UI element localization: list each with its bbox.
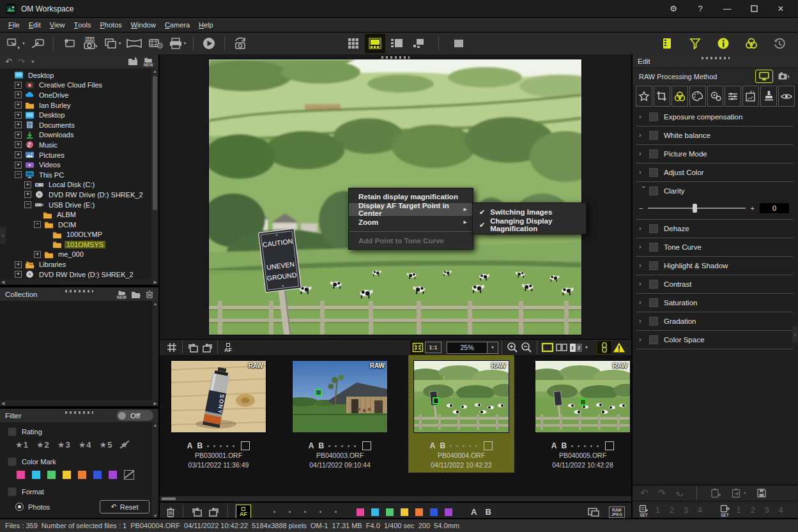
select-checkbox[interactable]	[241, 441, 250, 450]
tree-item-100olymp[interactable]: 100OLYMP	[3, 230, 151, 240]
chevron-right-icon[interactable]: ›	[639, 168, 649, 176]
clarity-value-input[interactable]: 0	[760, 203, 789, 213]
collapse-icon[interactable]: −	[34, 221, 41, 228]
set-slot-1[interactable]: 1	[656, 506, 660, 515]
rating-dot[interactable]	[597, 445, 599, 447]
link-displays-button[interactable]	[597, 340, 612, 354]
rating-dot[interactable]	[233, 445, 234, 447]
filmstrip-scrollbar[interactable]	[160, 496, 631, 501]
mark-b-label[interactable]: B	[319, 441, 325, 450]
colormark-swatch-6[interactable]	[93, 471, 102, 479]
preview-filmstrip-view-icon[interactable]	[365, 34, 385, 52]
zoom-out-icon[interactable]	[519, 341, 533, 354]
rating-dot[interactable]	[335, 511, 337, 513]
section-header[interactable]: ›Dehaze	[636, 220, 793, 238]
star-filter-4[interactable]: ★4	[79, 440, 91, 450]
panel-drag-handle[interactable]	[65, 290, 93, 293]
apply-slot-2[interactable]: 2	[751, 506, 755, 515]
info-icon[interactable]	[714, 34, 733, 52]
reveal-folder-icon[interactable]	[128, 57, 139, 66]
tab-sliders-icon[interactable]	[725, 86, 741, 107]
filter-scrollbar[interactable]: ▲▼	[152, 422, 158, 519]
tree-item-libraries[interactable]: +Libraries	[3, 259, 151, 270]
tree-item-albm[interactable]: ALBM	[3, 209, 151, 220]
rating-dot[interactable]	[354, 445, 356, 447]
chevron-right-icon[interactable]: ›	[639, 317, 649, 324]
filmstrip-thumbnail[interactable]: SONY RAW A B PB030001.ORF 03/11/2022 11:…	[166, 355, 271, 472]
photos-radio[interactable]	[15, 503, 24, 511]
tab-preview-eye-icon[interactable]	[778, 86, 795, 107]
zoom-percent-caret[interactable]: ▼	[487, 342, 498, 354]
apply-slot-1[interactable]: 1	[737, 506, 741, 515]
chevron-right-icon[interactable]: ›	[639, 131, 649, 139]
section-enable-checkbox[interactable]	[649, 168, 658, 177]
tab-color-palette-icon[interactable]	[689, 86, 706, 107]
paste-settings-icon[interactable]: ▼	[731, 488, 747, 499]
filmstrip-thumbnail[interactable]: RAW A B PB040005.ORF 04/11/2022 10:42:28	[530, 355, 631, 472]
rating-dot[interactable]	[341, 445, 343, 447]
tree-item-downloads[interactable]: +Downloads	[3, 130, 151, 141]
tree-item-desktop[interactable]: Desktop	[3, 70, 151, 80]
fit-to-screen-button[interactable]	[411, 341, 425, 354]
section-header[interactable]: ›Gradation	[636, 312, 793, 330]
slider-plus-button[interactable]: +	[751, 204, 755, 212]
nav-forward-icon[interactable]: ↷	[18, 57, 25, 66]
menu-file[interactable]: File	[4, 18, 24, 32]
import-icon[interactable]	[28, 34, 47, 52]
compare-12-button[interactable]: 1 2	[569, 341, 583, 354]
collapse-icon[interactable]: −	[15, 171, 22, 178]
rating-dot[interactable]	[226, 445, 228, 447]
section-enable-checkbox[interactable]	[649, 243, 658, 252]
format-filter-checkbox[interactable]	[8, 487, 17, 496]
collection-scrollbar[interactable]: ▲	[152, 301, 158, 400]
select-checkbox[interactable]	[484, 441, 493, 450]
thumbnail-image[interactable]: SONY RAW	[171, 361, 266, 432]
grid-view-icon[interactable]	[344, 34, 363, 52]
expand-icon[interactable]: +	[15, 162, 22, 169]
af-filter-button[interactable]: AF	[236, 505, 251, 519]
section-header[interactable]: ›Highlight & Shadow	[636, 257, 793, 275]
filter-funnel-icon[interactable]	[686, 34, 705, 52]
tab-ai-noise-icon[interactable]: A I	[742, 86, 759, 107]
camera-control-icon[interactable]	[231, 34, 250, 52]
tree-scrollbar[interactable]: ▲	[151, 68, 158, 279]
section-header[interactable]: ›Contrast	[636, 275, 793, 293]
set-slot-4[interactable]: 4	[698, 506, 702, 515]
raw-develop-icon[interactable]: RAW	[81, 34, 100, 52]
rating-dot[interactable]	[571, 445, 573, 447]
rating-dot[interactable]	[207, 445, 209, 447]
tree-item-this-pc[interactable]: −This PC	[3, 170, 151, 180]
tree-item-me-000[interactable]: +me_000	[3, 250, 151, 260]
tree-item-usb-drive-e-[interactable]: −USB Drive (E:)	[3, 200, 151, 210]
submenu-item-switching-images[interactable]: ✔Switching Images	[473, 206, 586, 218]
chevron-right-icon[interactable]: ›	[639, 335, 649, 343]
tree-item-dvd-rw-drive-d-shrek-2[interactable]: +DVD RW Drive (D:) SHREK_2	[3, 270, 151, 279]
star-filter-2[interactable]: ★2	[36, 440, 49, 450]
rating-dot[interactable]	[348, 445, 349, 447]
star-filter-1[interactable]: ★1	[15, 440, 28, 450]
chevron-right-icon[interactable]: ›	[639, 280, 649, 287]
panel-drag-handle[interactable]	[65, 411, 93, 414]
rating-dot[interactable]	[289, 511, 291, 513]
rating-dot[interactable]	[273, 511, 275, 513]
filmstrip-thumbnail[interactable]: RAW A B PB040004.ORF 04/11/2022 10:42:22	[409, 355, 514, 472]
collection-hscrollbar[interactable]: ◀▶	[0, 400, 158, 406]
filter-off-toggle[interactable]: Off	[116, 410, 153, 421]
add-to-collection-icon[interactable]	[59, 34, 79, 52]
rating-dot[interactable]	[328, 445, 330, 447]
rating-dot[interactable]	[469, 445, 471, 447]
movie-edit-icon[interactable]	[146, 34, 165, 52]
tab-favorites-icon[interactable]	[636, 86, 652, 107]
edit-rgb-icon[interactable]	[742, 34, 761, 52]
pc-processing-icon[interactable]	[756, 70, 772, 82]
colormark-swatch-3[interactable]	[47, 471, 56, 479]
tree-item-local-disk-c-[interactable]: +Local Disk (C:)	[3, 180, 151, 190]
collapse-icon[interactable]: −	[24, 201, 31, 208]
dual-view-button[interactable]	[555, 341, 569, 354]
menu-window[interactable]: Window	[127, 18, 160, 32]
panorama-icon[interactable]	[125, 34, 144, 52]
menu-camera[interactable]: Camera	[160, 18, 194, 32]
tree-item-videos[interactable]: +Videos	[3, 160, 151, 170]
panel-drag-handle[interactable]	[702, 57, 730, 59]
rating-dot[interactable]	[590, 445, 592, 447]
